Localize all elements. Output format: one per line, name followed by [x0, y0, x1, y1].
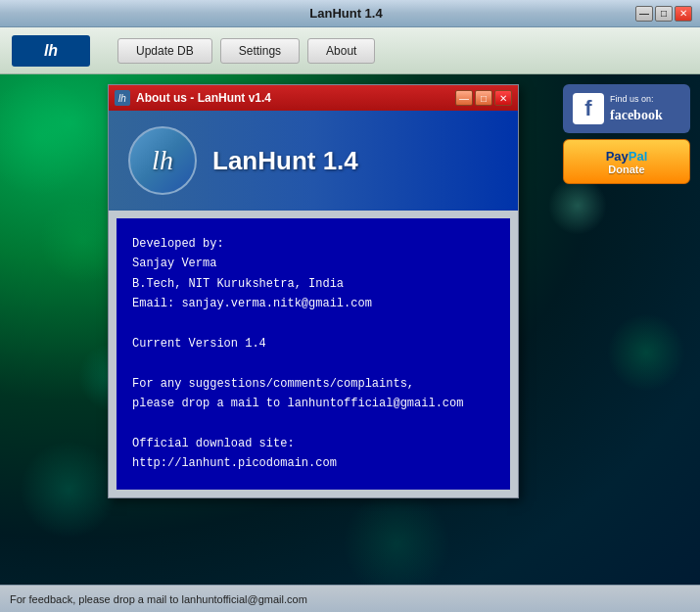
facebook-icon: f	[573, 93, 604, 124]
lanhunt-logo: lh	[128, 126, 197, 195]
paypal-badge[interactable]: PayPal Donate	[563, 139, 690, 184]
about-titlebar-controls: — □ ✕	[455, 90, 512, 106]
main-window: LanHunt 1.4 — □ ✕ lh Update DB Settings …	[0, 0, 700, 612]
close-button[interactable]: ✕	[675, 6, 692, 22]
about-line-5: For any suggestions/comments/complaints,	[132, 374, 494, 394]
paypal-donate-text: Donate	[608, 164, 644, 175]
about-app-name: LanHunt 1.4	[212, 146, 358, 176]
about-line-2: B.Tech, NIT Kurukshetra, India	[132, 274, 494, 294]
about-maximize-button[interactable]: □	[475, 90, 492, 106]
logo-icon: lh	[44, 42, 58, 60]
about-line-4: Current Version 1.4	[132, 334, 494, 353]
about-line-3: Email: sanjay.verma.nitk@gmail.com	[132, 294, 494, 313]
main-titlebar-controls: — □ ✕	[635, 6, 692, 22]
about-line-7: Official download site:	[132, 434, 494, 453]
settings-button[interactable]: Settings	[220, 38, 300, 64]
about-titlebar-icon: lh	[115, 90, 130, 106]
facebook-name: facebook	[610, 106, 663, 125]
logo-script: lh	[152, 145, 173, 176]
about-dialog-title: About us - LanHunt v1.4	[136, 91, 449, 105]
status-text: For feedback, please drop a mail to lanh…	[10, 593, 307, 605]
social-sidebar: f Find us on: facebook PayPal Donate	[563, 84, 690, 184]
about-line-6: please drop a mail to lanhuntofficial@gm…	[132, 394, 494, 413]
status-bar: For feedback, please drop a mail to lanh…	[0, 585, 700, 612]
main-titlebar: LanHunt 1.4 — □ ✕	[0, 0, 700, 27]
about-close-button[interactable]: ✕	[494, 90, 512, 106]
about-header: lh LanHunt 1.4	[109, 111, 518, 211]
facebook-text: Find us on: facebook	[610, 93, 663, 124]
maximize-button[interactable]: □	[655, 6, 673, 22]
about-body: Developed by: Sanjay Verma B.Tech, NIT K…	[117, 218, 510, 490]
content-area: f Find us on: facebook PayPal Donate lh …	[0, 74, 700, 585]
update-db-button[interactable]: Update DB	[117, 38, 212, 64]
about-minimize-button[interactable]: —	[455, 90, 473, 106]
about-line-8: http://lanhunt.picodomain.com	[132, 453, 494, 473]
find-us-text: Find us on:	[610, 93, 663, 106]
toolbar-logo: lh	[12, 35, 90, 67]
about-line-0: Developed by:	[132, 234, 494, 254]
minimize-button[interactable]: —	[635, 6, 653, 22]
about-dialog: lh About us - LanHunt v1.4 — □ ✕ lh LanH…	[108, 84, 519, 498]
toolbar: lh Update DB Settings About	[0, 27, 700, 74]
about-titlebar: lh About us - LanHunt v1.4 — □ ✕	[109, 85, 518, 111]
main-title: LanHunt 1.4	[57, 6, 635, 21]
about-line-1: Sanjay Verma	[132, 254, 494, 273]
facebook-badge[interactable]: f Find us on: facebook	[563, 84, 690, 133]
paypal-logo: PayPal	[606, 149, 648, 164]
about-button[interactable]: About	[307, 38, 375, 64]
